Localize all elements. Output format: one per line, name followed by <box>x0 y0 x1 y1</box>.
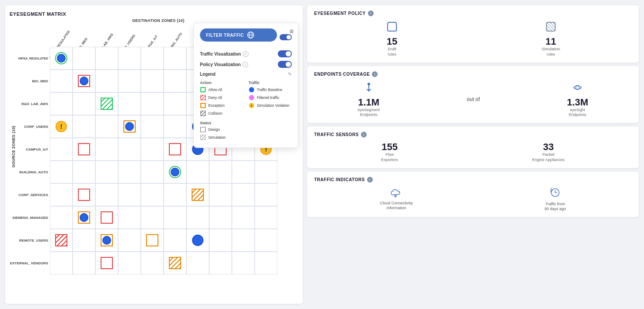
cell-8-8[interactable] <box>232 229 255 252</box>
indicators-info-icon[interactable]: i <box>367 177 373 183</box>
cell-9-5[interactable] <box>164 252 186 274</box>
cell-6-7[interactable] <box>209 183 232 206</box>
cell-4-2[interactable] <box>95 138 118 161</box>
cell-9-8[interactable] <box>232 252 255 274</box>
cell-6-8[interactable] <box>232 183 255 206</box>
cell-9-0[interactable] <box>50 252 73 274</box>
cell-1-1[interactable] <box>73 70 95 92</box>
cell-7-8[interactable] <box>232 206 255 229</box>
cell-8-7[interactable] <box>209 229 232 252</box>
cell-8-0[interactable] <box>50 229 73 252</box>
cell-5-3[interactable] <box>118 161 141 183</box>
cell-7-7[interactable] <box>209 206 232 229</box>
cell-8-1[interactable] <box>73 229 95 252</box>
policy-viz-toggle[interactable] <box>278 61 292 68</box>
cell-9-1[interactable] <box>73 252 95 274</box>
cell-1-5[interactable] <box>164 70 186 92</box>
draft-rules-stat: 15 Draftrules <box>386 21 398 57</box>
cell-9-7[interactable] <box>209 252 232 274</box>
cell-4-3[interactable] <box>118 138 141 161</box>
cell-5-8[interactable] <box>232 161 255 183</box>
legend-exception: Exception <box>200 102 243 109</box>
endpoints-info-icon[interactable]: i <box>372 71 378 77</box>
cell-9-9[interactable] <box>255 252 277 274</box>
cell-6-6[interactable] <box>186 183 209 206</box>
cell-9-2[interactable] <box>95 252 118 274</box>
cell-7-0[interactable] <box>50 206 73 229</box>
cell-6-4[interactable] <box>141 183 164 206</box>
cell-2-2[interactable] <box>95 92 118 115</box>
cell-9-6[interactable] <box>186 252 209 274</box>
cell-5-9[interactable] <box>255 161 277 183</box>
row-label-7: SIEMENS_MANAGED <box>18 206 50 229</box>
cell-7-4[interactable] <box>141 206 164 229</box>
cell-5-4[interactable] <box>141 161 164 183</box>
row-label-0: HIPAA_REGULATED <box>18 47 50 70</box>
cloud-connectivity-indicator: Cloud ConnectivityInformation <box>380 187 413 212</box>
cell-7-5[interactable] <box>164 206 186 229</box>
legend-collision: Collision <box>200 110 243 116</box>
flow-exporters-stat: 155 FlowExporters <box>381 142 398 163</box>
cell-6-2[interactable] <box>95 183 118 206</box>
cell-8-2[interactable] <box>95 229 118 252</box>
cell-9-4[interactable] <box>141 252 164 274</box>
cell-2-1[interactable] <box>73 92 95 115</box>
cell-7-1[interactable] <box>73 206 95 229</box>
cell-0-4[interactable] <box>141 47 164 70</box>
cell-0-1[interactable] <box>73 47 95 70</box>
policy-viz-info[interactable]: i <box>242 62 248 67</box>
row-label-5: BUILDING_AUTO <box>18 161 50 183</box>
cell-1-3[interactable] <box>118 70 141 92</box>
cell-1-2[interactable] <box>95 70 118 92</box>
filter-traffic-toggle[interactable] <box>280 34 292 40</box>
cell-4-1[interactable] <box>73 138 95 161</box>
cell-1-0[interactable] <box>50 70 73 92</box>
cell-8-4[interactable] <box>141 229 164 252</box>
traffic-viz-toggle[interactable] <box>278 50 292 57</box>
cell-6-1[interactable] <box>73 183 95 206</box>
cell-3-5[interactable] <box>164 115 186 138</box>
cell-1-4[interactable] <box>141 70 164 92</box>
cell-8-9[interactable] <box>255 229 277 252</box>
cell-3-0[interactable]: ! <box>50 115 73 138</box>
cell-5-6[interactable] <box>186 161 209 183</box>
cell-6-0[interactable] <box>50 183 73 206</box>
cell-0-5[interactable] <box>164 47 186 70</box>
filter-traffic-button[interactable]: FILTER TRAFFIC <box>200 28 277 42</box>
cell-0-0[interactable] <box>50 47 73 70</box>
cell-5-5[interactable] <box>164 161 186 183</box>
cell-4-5[interactable] <box>164 138 186 161</box>
cell-5-2[interactable] <box>95 161 118 183</box>
legend-edit-icon[interactable]: ✎ <box>288 71 292 77</box>
traffic-viz-info[interactable]: i <box>243 51 248 57</box>
cell-9-3[interactable] <box>118 252 141 274</box>
cell-6-5[interactable] <box>164 183 186 206</box>
policy-card: EYESEGMENT POLICY i 15 Draftrules <box>307 5 639 63</box>
cell-5-0[interactable] <box>50 161 73 183</box>
cell-3-2[interactable] <box>95 115 118 138</box>
cell-6-9[interactable] <box>255 183 277 206</box>
cell-8-5[interactable] <box>164 229 186 252</box>
cell-5-1[interactable] <box>73 161 95 183</box>
cell-3-1[interactable] <box>73 115 95 138</box>
cell-7-6[interactable] <box>186 206 209 229</box>
cell-0-2[interactable] <box>95 47 118 70</box>
cell-7-3[interactable] <box>118 206 141 229</box>
cell-3-3[interactable] <box>118 115 141 138</box>
cell-2-4[interactable] <box>141 92 164 115</box>
cell-4-0[interactable] <box>50 138 73 161</box>
cell-0-3[interactable] <box>118 47 141 70</box>
cell-6-3[interactable] <box>118 183 141 206</box>
cell-5-7[interactable] <box>209 161 232 183</box>
policy-info-icon[interactable]: i <box>368 11 374 16</box>
cell-7-2[interactable] <box>95 206 118 229</box>
sensors-info-icon[interactable]: i <box>361 132 367 137</box>
cell-2-5[interactable] <box>164 92 186 115</box>
cell-7-9[interactable] <box>255 206 277 229</box>
cell-2-0[interactable] <box>50 92 73 115</box>
cell-8-6[interactable] <box>186 229 209 252</box>
cell-2-3[interactable] <box>118 92 141 115</box>
cell-3-4[interactable] <box>141 115 164 138</box>
cell-4-4[interactable] <box>141 138 164 161</box>
cell-8-3[interactable] <box>118 229 141 252</box>
